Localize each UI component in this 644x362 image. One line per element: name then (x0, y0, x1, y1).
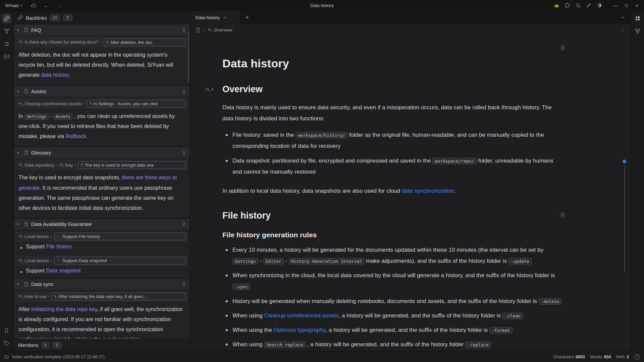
text-run: File history: saved in the (232, 132, 296, 138)
list-item[interactable]: When using Cleanup unreferenced assets, … (222, 310, 562, 324)
backlinks-panel: Backlinks 10 ▾ FAQ 1 H2Is there any #Not… (13, 11, 190, 351)
panel-scrollbar[interactable] (188, 33, 189, 83)
inline-code-chip: Search replace (264, 342, 306, 348)
text-run: The key is used to encrypt data snapshot… (18, 175, 122, 180)
backlink-group-data-availability: ▾ Data Availability Guarantee 2 H2Local … (14, 219, 190, 278)
plugin-icon[interactable] (563, 2, 572, 9)
backlink-list-item[interactable]: Support Data snapshot (14, 267, 190, 278)
graph-dock-icon[interactable] (2, 26, 11, 36)
app-menu-button[interactable]: SiYuan ▾ (3, 2, 24, 9)
inline-ref-link[interactable]: data synchronization (402, 188, 454, 194)
list-item[interactable]: When synchronizing in the cloud, the loc… (222, 270, 562, 295)
bookmark-dock-icon[interactable] (2, 326, 11, 335)
mentions-header[interactable]: Mentions 6 (13, 339, 190, 351)
breadcrumb-item[interactable]: H2How to use (19, 294, 46, 299)
backlink-breadcrumb: H2Cleanup unreferenced assets›¶In Settin… (16, 99, 187, 109)
backlink-doc-name: Data Availability Guarantee (31, 221, 180, 227)
backlink-doc-count: 2 (183, 222, 186, 227)
tag-dock-icon[interactable] (2, 339, 11, 348)
breadcrumb-item[interactable]: H2Data repository (19, 163, 54, 168)
breadcrumb-item[interactable]: ⋯Support Data snapshot (54, 257, 186, 264)
backlink-doc-header[interactable]: ▾ Glossary 1 (14, 147, 190, 158)
marketplace-icon[interactable] (633, 14, 642, 23)
theme-mode-icon[interactable] (595, 2, 604, 9)
ref-count-badge[interactable]: 1 (559, 212, 566, 218)
backlinks-dock-icon[interactable] (2, 14, 11, 23)
breadcrumb-item[interactable]: H2Local device (19, 234, 49, 239)
breadcrumb-text: Support File history (62, 234, 100, 239)
backlink-excerpt[interactable]: After deletion, the doc will not appear … (14, 49, 190, 85)
back-icon[interactable]: ← (43, 2, 50, 9)
doc-title[interactable]: Data history (222, 57, 562, 70)
list-item[interactable]: File history: saved in the workspace/his… (222, 129, 562, 155)
backlink-doc-header[interactable]: ▾ Data Availability Guarantee 2 (14, 219, 190, 230)
heading-gutter[interactable]: H2 ▾ (206, 86, 213, 93)
backlink-excerpt[interactable]: In Settings - Assets , you can clean up … (14, 110, 190, 146)
backlink-excerpt[interactable]: The key is used to encrypt data snapshot… (14, 171, 190, 218)
breadcrumb-item[interactable]: H2Cleanup unreferenced assets (19, 101, 82, 106)
search-icon[interactable] (574, 2, 582, 9)
document-icon[interactable] (196, 27, 201, 33)
outline-dock-icon[interactable] (2, 39, 11, 49)
more-options-icon[interactable]: ⋮ (620, 27, 625, 33)
backlink-excerpt[interactable]: After initializing the data repo key, if… (14, 303, 190, 339)
breadcrumb-item[interactable]: H2Is there any #Note# for deleting docs? (19, 40, 98, 45)
help-icon[interactable]: ? (634, 354, 640, 360)
paragraph-cloud[interactable]: In addition to local data history, data … (222, 185, 562, 196)
editor-scrollbar[interactable] (624, 166, 625, 272)
text-run: In (18, 113, 24, 119)
breadcrumb-item[interactable]: ¶The key is used to encrypt data sna (78, 161, 186, 169)
list-item[interactable]: History will be generated when manually … (222, 296, 562, 310)
inline-code-chip: -clean (502, 313, 523, 319)
tab-data-history[interactable]: Data history × (190, 11, 240, 24)
inline-ref-link[interactable]: Cleanup unreferenced assets (264, 312, 339, 319)
backlink-doc-header[interactable]: ▾ Data sync 1 (14, 279, 190, 290)
backlink-doc-name: Assets (31, 88, 180, 94)
backlinks-filter-button[interactable] (63, 14, 72, 21)
inline-ref-link[interactable]: File history (46, 244, 72, 249)
ref-count-badge[interactable]: 2 (559, 45, 566, 51)
paragraph-intro[interactable]: Data history is mainly used to ensure da… (222, 102, 562, 124)
graph-view-icon[interactable] (633, 26, 642, 36)
chevron-down-icon: ▾ (17, 222, 21, 226)
list-item[interactable]: Data snapshot: partitioned by file, encr… (222, 155, 562, 181)
breadcrumb-item[interactable]: ¶After deletion, the doc (104, 39, 186, 46)
new-tab-button[interactable]: + (240, 11, 254, 24)
inbox-dock-icon[interactable] (2, 52, 11, 61)
app-window: Data history SiYuan ▾ ← → (0, 0, 644, 362)
inline-ref-link[interactable]: initializing the data repo key (31, 306, 97, 312)
heading-file-history[interactable]: File history (222, 210, 562, 221)
inline-ref-link[interactable]: Rollback (66, 133, 86, 139)
list-item[interactable]: When using Search replace , a history wi… (222, 339, 562, 351)
breadcrumb-item[interactable]: ⋯Support File history (54, 233, 186, 240)
tab-overflow-button[interactable] (615, 11, 631, 24)
inline-ref-link[interactable]: data history (41, 72, 69, 78)
heading-generation-rules[interactable]: File history generation rules (222, 231, 562, 239)
collapse-arrow-icon[interactable]: ▾ (212, 87, 213, 91)
breadcrumb-item[interactable]: H2Local device (19, 258, 49, 263)
forward-icon[interactable]: → (55, 2, 63, 9)
maximize-icon[interactable] (622, 2, 631, 9)
list-item[interactable]: Every 10 minutes, a history will be gene… (222, 244, 562, 270)
list-item[interactable]: When using the Optimize typography, a hi… (222, 324, 562, 339)
vip-crown-icon[interactable] (552, 2, 561, 9)
close-icon[interactable]: × (633, 2, 641, 9)
backlink-doc-header[interactable]: ▾ Assets 1 (14, 86, 190, 97)
tab-close-icon[interactable]: × (224, 15, 226, 20)
cloud-sync-icon[interactable] (30, 2, 37, 9)
backlink-doc-header[interactable]: ▾ FAQ 1 (14, 24, 190, 35)
breadcrumb-item[interactable]: H2 Overview (208, 27, 232, 33)
backlink-list-item[interactable]: Support File history (14, 243, 190, 254)
edit-pencil-icon[interactable] (584, 2, 593, 9)
minimize-icon[interactable]: — (611, 2, 620, 9)
heading-overview[interactable]: Overview (222, 84, 562, 95)
chevron-down-icon: ▾ (17, 151, 21, 155)
mentions-filter-button[interactable] (52, 342, 62, 349)
scroll-position-dot[interactable] (623, 160, 626, 163)
breadcrumb-item[interactable]: ¶In Settings - Assets, you can clea (87, 100, 186, 108)
inline-ref-link[interactable]: Optimize typography (274, 327, 326, 333)
text-run: Support (26, 244, 46, 249)
breadcrumb-item[interactable]: ¶After initializing the data repo key, i… (52, 293, 186, 300)
inline-ref-link[interactable]: Data snapshot (46, 268, 80, 274)
breadcrumb-item[interactable]: H3Key (59, 163, 73, 168)
